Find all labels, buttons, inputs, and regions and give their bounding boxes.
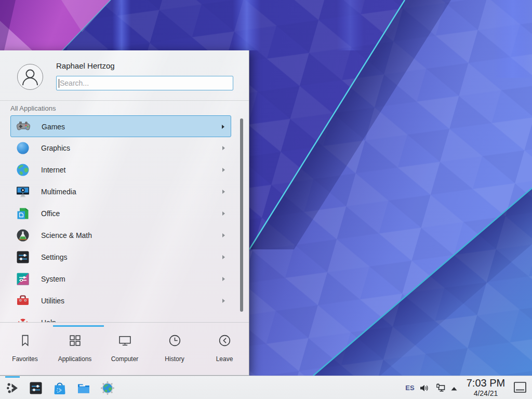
submenu-arrow-icon xyxy=(221,276,226,282)
folder-icon xyxy=(76,381,91,395)
system-icon xyxy=(16,272,30,286)
kde-launcher-icon xyxy=(5,381,20,395)
games-icon xyxy=(16,119,31,134)
submenu-arrow-icon xyxy=(221,233,226,238)
tray-expander-icon[interactable] xyxy=(450,384,460,395)
network-icon[interactable] xyxy=(435,383,446,393)
tab-history[interactable]: History xyxy=(150,331,200,367)
category-games[interactable]: Games xyxy=(10,115,231,137)
category-label: Settings xyxy=(41,253,68,261)
office-icon xyxy=(16,206,30,221)
category-graphics[interactable]: Graphics xyxy=(10,137,231,159)
help-icon xyxy=(16,315,30,322)
submenu-arrow-icon xyxy=(221,189,226,194)
system-settings-button[interactable] xyxy=(29,381,43,395)
application-launcher-menu: Raphael Hertzog All Applications xyxy=(0,50,249,376)
category-label: Games xyxy=(42,123,65,131)
category-label: Graphics xyxy=(41,144,70,152)
tab-favorites[interactable]: Favorites xyxy=(0,331,50,367)
tab-label: Applications xyxy=(50,355,100,363)
taskbar-panel: ES 7:03 PM 4/24/21 xyxy=(0,376,532,399)
submenu-arrow-icon xyxy=(220,124,225,129)
submenu-arrow-icon xyxy=(221,255,226,260)
tab-label: Computer xyxy=(100,355,150,363)
category-label: Utilities xyxy=(41,297,64,305)
volume-icon[interactable] xyxy=(419,383,429,393)
list-scrollbar[interactable] xyxy=(240,118,243,312)
discover-button[interactable] xyxy=(52,381,67,395)
category-settings[interactable]: Settings xyxy=(10,246,231,268)
category-office[interactable]: Office xyxy=(10,203,231,224)
file-manager-button[interactable] xyxy=(76,381,91,395)
grid-icon xyxy=(68,334,82,348)
category-label: Science & Math xyxy=(41,231,92,240)
category-label: Internet xyxy=(41,166,65,174)
category-science-math[interactable]: Science & Math xyxy=(10,224,231,246)
application-launcher-button[interactable] xyxy=(5,381,20,395)
show-desktop-icon xyxy=(513,381,527,394)
active-tab-indicator xyxy=(53,325,104,327)
internet-icon xyxy=(16,163,30,177)
submenu-arrow-icon xyxy=(221,167,226,172)
tab-label: Favorites xyxy=(0,355,50,363)
submenu-arrow-icon xyxy=(221,145,226,151)
globe-browser-icon xyxy=(100,381,115,395)
desktop: Raphael Hertzog All Applications xyxy=(0,0,532,399)
science-icon xyxy=(16,228,30,243)
show-desktop-button[interactable] xyxy=(513,381,527,394)
clock-icon xyxy=(168,334,182,348)
clock-date: 4/24/21 xyxy=(461,389,510,398)
graphics-icon xyxy=(16,141,30,155)
system-settings-icon xyxy=(29,381,43,395)
category-list: Games Graphics xyxy=(0,50,249,322)
clock-time: 7:03 PM xyxy=(461,377,510,389)
category-label: Office xyxy=(41,209,60,218)
leave-icon xyxy=(218,334,232,348)
tabbar-divider xyxy=(0,322,249,323)
keyboard-layout-indicator[interactable]: ES xyxy=(403,384,417,392)
category-label: System xyxy=(41,275,65,283)
discover-icon xyxy=(52,381,67,395)
tab-label: Leave xyxy=(200,355,249,363)
multimedia-icon xyxy=(16,184,30,199)
launcher-active-indicator xyxy=(5,376,20,378)
bookmark-icon xyxy=(18,334,32,348)
submenu-arrow-icon xyxy=(221,211,226,216)
digital-clock[interactable]: 7:03 PM 4/24/21 xyxy=(461,377,510,398)
monitor-icon xyxy=(118,334,132,348)
submenu-arrow-icon xyxy=(221,298,226,303)
category-label: Multimedia xyxy=(41,188,76,196)
category-internet[interactable]: Internet xyxy=(10,159,231,181)
tab-applications[interactable]: Applications xyxy=(50,331,100,367)
category-system[interactable]: System xyxy=(10,268,231,290)
tab-computer[interactable]: Computer xyxy=(100,331,150,367)
category-multimedia[interactable]: Multimedia xyxy=(10,181,231,203)
utilities-icon xyxy=(16,294,30,308)
web-browser-button[interactable] xyxy=(100,381,115,395)
category-label: Help xyxy=(41,318,56,322)
category-utilities[interactable]: Utilities xyxy=(10,290,231,312)
settings-icon xyxy=(16,250,30,264)
tab-leave[interactable]: Leave xyxy=(200,331,249,367)
category-help[interactable]: Help xyxy=(10,312,231,322)
tab-label: History xyxy=(150,355,200,363)
